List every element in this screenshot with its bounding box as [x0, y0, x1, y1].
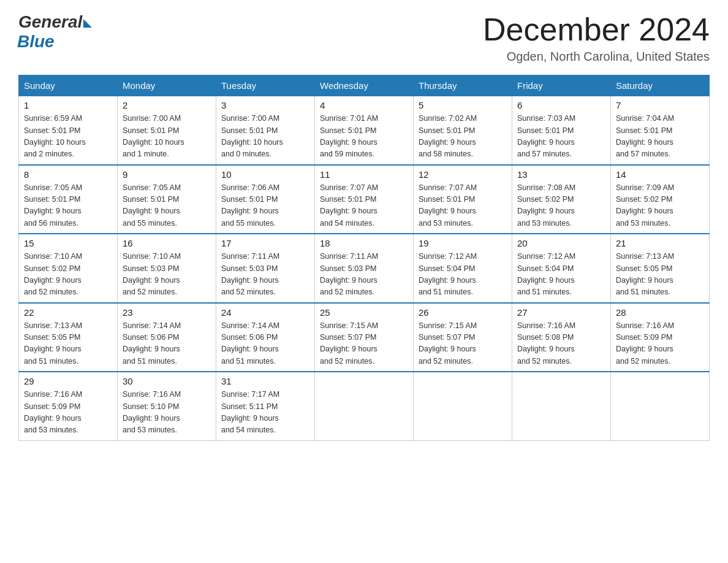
calendar-day-header: Saturday [611, 75, 710, 96]
calendar-cell: 18Sunrise: 7:11 AM Sunset: 5:03 PM Dayli… [315, 234, 414, 303]
calendar-week-row: 29Sunrise: 7:16 AM Sunset: 5:09 PM Dayli… [19, 372, 710, 440]
calendar-cell: 30Sunrise: 7:16 AM Sunset: 5:10 PM Dayli… [118, 372, 216, 440]
calendar-cell: 3Sunrise: 7:00 AM Sunset: 5:01 PM Daylig… [216, 96, 315, 165]
calendar-cell: 27Sunrise: 7:16 AM Sunset: 5:08 PM Dayli… [512, 303, 611, 372]
logo-arrow-icon [83, 19, 92, 28]
day-number: 2 [123, 100, 211, 110]
day-info: Sunrise: 7:14 AM Sunset: 5:06 PM Dayligh… [221, 320, 309, 368]
day-number: 23 [123, 307, 211, 318]
calendar-header-row: SundayMondayTuesdayWednesdayThursdayFrid… [19, 75, 710, 96]
day-number: 25 [320, 307, 408, 318]
day-number: 8 [24, 169, 112, 180]
day-info: Sunrise: 7:13 AM Sunset: 5:05 PM Dayligh… [616, 251, 704, 299]
day-info: Sunrise: 7:12 AM Sunset: 5:04 PM Dayligh… [419, 251, 507, 299]
day-number: 28 [616, 307, 704, 318]
day-info: Sunrise: 7:00 AM Sunset: 5:01 PM Dayligh… [221, 113, 309, 161]
day-number: 17 [221, 238, 309, 248]
day-number: 21 [616, 238, 704, 248]
day-number: 9 [123, 169, 211, 180]
day-number: 10 [221, 169, 309, 180]
calendar-cell: 21Sunrise: 7:13 AM Sunset: 5:05 PM Dayli… [611, 234, 710, 303]
calendar-cell: 14Sunrise: 7:09 AM Sunset: 5:02 PM Dayli… [611, 165, 710, 234]
day-number: 24 [221, 307, 309, 318]
calendar-cell: 8Sunrise: 7:05 AM Sunset: 5:01 PM Daylig… [19, 165, 118, 234]
day-number: 4 [320, 100, 408, 110]
calendar-day-header: Tuesday [216, 75, 315, 96]
day-info: Sunrise: 7:14 AM Sunset: 5:06 PM Dayligh… [123, 320, 211, 368]
day-number: 26 [419, 307, 507, 318]
day-info: Sunrise: 7:04 AM Sunset: 5:01 PM Dayligh… [616, 113, 704, 161]
day-number: 16 [123, 238, 211, 248]
calendar-cell: 25Sunrise: 7:15 AM Sunset: 5:07 PM Dayli… [315, 303, 414, 372]
calendar-week-row: 22Sunrise: 7:13 AM Sunset: 5:05 PM Dayli… [19, 303, 710, 372]
day-number: 13 [517, 169, 605, 180]
calendar-cell: 1Sunrise: 6:59 AM Sunset: 5:01 PM Daylig… [19, 96, 118, 165]
day-info: Sunrise: 7:07 AM Sunset: 5:01 PM Dayligh… [419, 182, 507, 230]
location-text: Ogden, North Carolina, United States [483, 50, 710, 64]
day-info: Sunrise: 7:06 AM Sunset: 5:01 PM Dayligh… [221, 182, 309, 230]
calendar-cell: 23Sunrise: 7:14 AM Sunset: 5:06 PM Dayli… [118, 303, 216, 372]
calendar-cell: 15Sunrise: 7:10 AM Sunset: 5:02 PM Dayli… [19, 234, 118, 303]
logo-blue-text: Blue [17, 32, 55, 52]
day-info: Sunrise: 7:15 AM Sunset: 5:07 PM Dayligh… [419, 320, 507, 368]
day-info: Sunrise: 7:12 AM Sunset: 5:04 PM Dayligh… [517, 251, 605, 299]
day-number: 19 [419, 238, 507, 248]
day-info: Sunrise: 7:01 AM Sunset: 5:01 PM Dayligh… [320, 113, 408, 161]
day-info: Sunrise: 7:10 AM Sunset: 5:02 PM Dayligh… [24, 251, 112, 299]
month-title: December 2024 [483, 12, 710, 47]
day-info: Sunrise: 7:05 AM Sunset: 5:01 PM Dayligh… [24, 182, 112, 230]
day-number: 15 [24, 238, 112, 248]
day-number: 20 [517, 238, 605, 248]
calendar-cell: 12Sunrise: 7:07 AM Sunset: 5:01 PM Dayli… [414, 165, 512, 234]
calendar-cell [611, 372, 710, 440]
day-info: Sunrise: 7:16 AM Sunset: 5:09 PM Dayligh… [24, 389, 112, 437]
title-block: December 2024 Ogden, North Carolina, Uni… [483, 12, 710, 64]
day-number: 31 [221, 376, 309, 386]
day-info: Sunrise: 7:11 AM Sunset: 5:03 PM Dayligh… [221, 251, 309, 299]
calendar-day-header: Monday [118, 75, 216, 96]
calendar-cell: 4Sunrise: 7:01 AM Sunset: 5:01 PM Daylig… [315, 96, 414, 165]
day-info: Sunrise: 7:09 AM Sunset: 5:02 PM Dayligh… [616, 182, 704, 230]
logo-general-text: General [18, 12, 82, 32]
calendar-cell: 20Sunrise: 7:12 AM Sunset: 5:04 PM Dayli… [512, 234, 611, 303]
day-info: Sunrise: 7:00 AM Sunset: 5:01 PM Dayligh… [123, 113, 211, 161]
page-header: General Blue December 2024 Ogden, North … [18, 12, 710, 64]
calendar-cell: 6Sunrise: 7:03 AM Sunset: 5:01 PM Daylig… [512, 96, 611, 165]
calendar-cell: 2Sunrise: 7:00 AM Sunset: 5:01 PM Daylig… [118, 96, 216, 165]
calendar-cell: 22Sunrise: 7:13 AM Sunset: 5:05 PM Dayli… [19, 303, 118, 372]
calendar-cell: 5Sunrise: 7:02 AM Sunset: 5:01 PM Daylig… [414, 96, 512, 165]
day-info: Sunrise: 7:10 AM Sunset: 5:03 PM Dayligh… [123, 251, 211, 299]
calendar-cell: 16Sunrise: 7:10 AM Sunset: 5:03 PM Dayli… [118, 234, 216, 303]
day-info: Sunrise: 7:16 AM Sunset: 5:08 PM Dayligh… [517, 320, 605, 368]
day-number: 12 [419, 169, 507, 180]
calendar-cell: 19Sunrise: 7:12 AM Sunset: 5:04 PM Dayli… [414, 234, 512, 303]
calendar-cell [315, 372, 414, 440]
day-number: 5 [419, 100, 507, 110]
calendar-cell: 26Sunrise: 7:15 AM Sunset: 5:07 PM Dayli… [414, 303, 512, 372]
calendar-week-row: 1Sunrise: 6:59 AM Sunset: 5:01 PM Daylig… [19, 96, 710, 165]
day-number: 29 [24, 376, 112, 386]
day-number: 14 [616, 169, 704, 180]
day-number: 3 [221, 100, 309, 110]
day-info: Sunrise: 7:16 AM Sunset: 5:09 PM Dayligh… [616, 320, 704, 368]
calendar-cell [414, 372, 512, 440]
day-info: Sunrise: 7:05 AM Sunset: 5:01 PM Dayligh… [123, 182, 211, 230]
day-info: Sunrise: 6:59 AM Sunset: 5:01 PM Dayligh… [24, 113, 112, 161]
day-number: 1 [24, 100, 112, 110]
day-info: Sunrise: 7:07 AM Sunset: 5:01 PM Dayligh… [320, 182, 408, 230]
calendar-day-header: Wednesday [315, 75, 414, 96]
calendar-cell: 29Sunrise: 7:16 AM Sunset: 5:09 PM Dayli… [19, 372, 118, 440]
calendar-cell: 24Sunrise: 7:14 AM Sunset: 5:06 PM Dayli… [216, 303, 315, 372]
logo: General Blue [18, 12, 92, 52]
calendar-day-header: Thursday [414, 75, 512, 96]
calendar-cell: 9Sunrise: 7:05 AM Sunset: 5:01 PM Daylig… [118, 165, 216, 234]
calendar-table: SundayMondayTuesdayWednesdayThursdayFrid… [18, 75, 710, 441]
calendar-cell: 17Sunrise: 7:11 AM Sunset: 5:03 PM Dayli… [216, 234, 315, 303]
calendar-cell: 7Sunrise: 7:04 AM Sunset: 5:01 PM Daylig… [611, 96, 710, 165]
calendar-cell: 31Sunrise: 7:17 AM Sunset: 5:11 PM Dayli… [216, 372, 315, 440]
day-info: Sunrise: 7:17 AM Sunset: 5:11 PM Dayligh… [221, 389, 309, 437]
calendar-day-header: Sunday [19, 75, 118, 96]
calendar-cell [512, 372, 611, 440]
day-info: Sunrise: 7:08 AM Sunset: 5:02 PM Dayligh… [517, 182, 605, 230]
day-number: 7 [616, 100, 704, 110]
